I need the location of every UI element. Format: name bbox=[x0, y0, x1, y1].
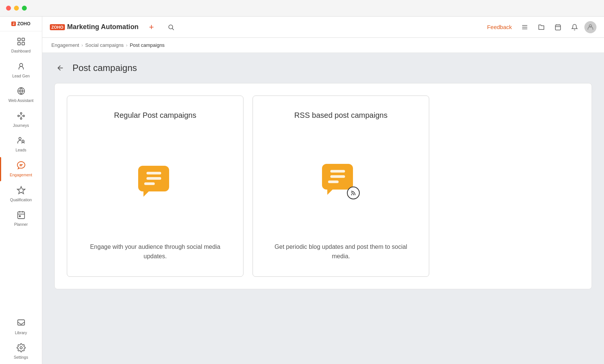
maximize-button[interactable] bbox=[22, 6, 27, 11]
navbar-left: ZOHO Marketing Automation + bbox=[50, 20, 178, 34]
breadcrumb-engagement[interactable]: Engagement bbox=[51, 42, 79, 48]
rss-badge bbox=[347, 187, 360, 199]
main-area: ZOHO Marketing Automation + Feedback bbox=[42, 17, 604, 364]
breadcrumb-post-campaigns: Post campaigns bbox=[130, 42, 165, 48]
sidebar-item-planner[interactable]: Planner bbox=[0, 207, 42, 231]
top-navbar: ZOHO Marketing Automation + Feedback bbox=[42, 17, 604, 38]
chat-bubble-body bbox=[138, 166, 169, 191]
sidebar-logo: Z ZOHO bbox=[0, 17, 42, 31]
rss-line-1 bbox=[330, 170, 345, 173]
sidebar-item-library[interactable]: Library bbox=[0, 315, 42, 339]
avatar[interactable] bbox=[584, 21, 596, 33]
sidebar-label-engagement: Engagement bbox=[10, 173, 32, 177]
close-button[interactable] bbox=[6, 6, 11, 11]
sidebar-item-journeys[interactable]: Journeys bbox=[0, 108, 42, 132]
svg-line-27 bbox=[173, 28, 174, 30]
svg-rect-3 bbox=[22, 42, 25, 45]
qualification-icon bbox=[17, 186, 26, 196]
folder-button[interactable] bbox=[535, 20, 548, 34]
rss-bubble-tail bbox=[327, 189, 333, 195]
svg-point-37 bbox=[351, 194, 352, 195]
chat-line-2 bbox=[146, 177, 161, 180]
cards-grid: Regular Post campaigns bbox=[67, 96, 429, 277]
minimize-button[interactable] bbox=[14, 6, 19, 11]
zoho-box: Z bbox=[11, 22, 16, 26]
library-icon bbox=[17, 319, 26, 329]
back-button[interactable] bbox=[54, 62, 66, 74]
zoho-logo: Z ZOHO bbox=[11, 21, 30, 26]
brand-section: ZOHO Marketing Automation bbox=[50, 23, 139, 31]
sidebar-item-engagement[interactable]: Engagement bbox=[0, 157, 42, 181]
dashboard-icon bbox=[17, 37, 26, 48]
sidebar-label-planner: Planner bbox=[14, 222, 28, 227]
svg-rect-23 bbox=[19, 216, 20, 217]
rss-bubble-icon bbox=[322, 164, 360, 198]
rss-line-3 bbox=[328, 180, 339, 183]
svg-rect-31 bbox=[555, 25, 561, 30]
list-view-button[interactable] bbox=[518, 20, 532, 34]
chat-line-3 bbox=[144, 182, 155, 185]
rss-post-card[interactable]: RSS based post campaigns bbox=[253, 96, 429, 277]
sidebar-item-dashboard[interactable]: Dashboard bbox=[0, 33, 42, 57]
svg-point-7 bbox=[20, 113, 22, 114]
sidebar-label-dashboard: Dashboard bbox=[11, 49, 31, 54]
planner-icon bbox=[17, 210, 26, 221]
calendar-button[interactable] bbox=[551, 20, 565, 34]
rss-line-2 bbox=[330, 175, 345, 178]
chat-line-1 bbox=[146, 172, 161, 174]
rss-post-title: RSS based post campaigns bbox=[294, 111, 388, 120]
page-header: Post campaigns bbox=[54, 62, 592, 74]
sidebar-item-lead-gen[interactable]: Lead Gen bbox=[0, 58, 42, 82]
sidebar-item-leads[interactable]: Leads bbox=[0, 132, 42, 156]
sidebar-item-qualification[interactable]: Qualification bbox=[0, 182, 42, 206]
svg-rect-0 bbox=[18, 38, 20, 41]
page-title: Post campaigns bbox=[72, 63, 137, 73]
breadcrumb-sep-2: › bbox=[126, 43, 128, 48]
breadcrumb: Engagement › Social campaigns › Post cam… bbox=[42, 38, 604, 53]
web-assistant-icon bbox=[17, 86, 26, 97]
svg-point-6 bbox=[18, 115, 19, 117]
search-button[interactable] bbox=[164, 20, 178, 34]
content-area: Engagement › Social campaigns › Post cam… bbox=[42, 38, 604, 364]
app-title: Marketing Automation bbox=[67, 23, 139, 31]
regular-post-title: Regular Post campaigns bbox=[114, 111, 196, 120]
notification-bell-button[interactable] bbox=[568, 20, 581, 34]
sidebar-label-lead-gen: Lead Gen bbox=[12, 74, 29, 79]
svg-marker-18 bbox=[17, 187, 25, 194]
sidebar-label-qualification: Qualification bbox=[10, 197, 32, 202]
svg-rect-19 bbox=[18, 212, 25, 219]
breadcrumb-sep-1: › bbox=[82, 43, 83, 48]
rss-post-description: Get periodic blog updates and post them … bbox=[265, 242, 417, 261]
svg-rect-2 bbox=[18, 42, 20, 45]
svg-point-14 bbox=[19, 137, 21, 140]
regular-post-description: Engage with your audience through social… bbox=[79, 242, 231, 261]
svg-rect-1 bbox=[22, 38, 25, 41]
chat-bubble-tail bbox=[143, 191, 149, 197]
sidebar-label-journeys: Journeys bbox=[13, 123, 29, 128]
rss-bubble-body bbox=[322, 164, 353, 190]
page-content: Post campaigns Regular Post campaigns bbox=[42, 53, 604, 298]
rss-post-icon-area bbox=[322, 132, 360, 230]
zoho-brand-box: ZOHO bbox=[50, 24, 65, 30]
breadcrumb-social-campaigns[interactable]: Social campaigns bbox=[85, 42, 124, 48]
sidebar-label-leads: Leads bbox=[15, 148, 26, 153]
app-container: Z ZOHO Dashboard Lead bbox=[0, 17, 604, 364]
svg-point-26 bbox=[169, 25, 173, 29]
feedback-link[interactable]: Feedback bbox=[484, 22, 515, 32]
journeys-icon bbox=[17, 111, 26, 122]
sidebar-item-settings[interactable]: Settings bbox=[0, 339, 42, 364]
regular-post-icon-area bbox=[138, 132, 172, 230]
lead-gen-icon bbox=[17, 62, 26, 72]
sidebar-label-library: Library bbox=[15, 330, 27, 335]
add-button[interactable]: + bbox=[145, 20, 158, 34]
svg-point-25 bbox=[20, 347, 22, 349]
sidebar: Z ZOHO Dashboard Lead bbox=[0, 17, 42, 364]
leads-icon bbox=[17, 136, 26, 147]
zoho-brand: ZOHO bbox=[17, 21, 31, 26]
traffic-lights bbox=[6, 6, 27, 11]
title-bar bbox=[0, 0, 604, 17]
svg-point-8 bbox=[23, 115, 25, 117]
sidebar-item-web-assistant[interactable]: Web Assistant bbox=[0, 83, 42, 107]
settings-icon bbox=[17, 343, 26, 354]
regular-post-card[interactable]: Regular Post campaigns bbox=[67, 96, 243, 277]
